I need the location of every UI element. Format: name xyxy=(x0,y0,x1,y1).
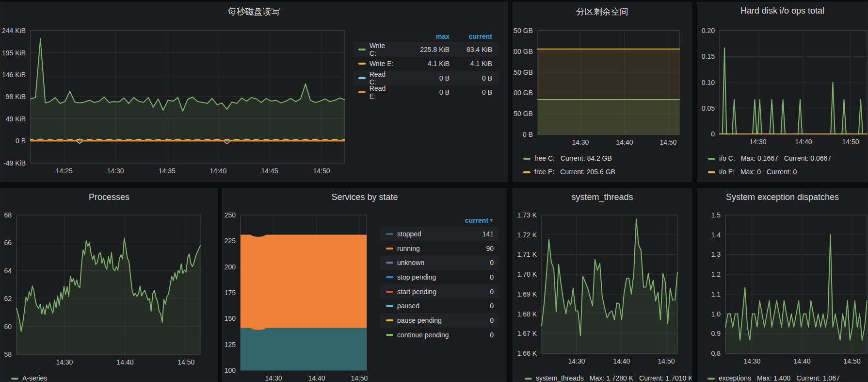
series-label: running xyxy=(397,245,420,252)
series-swatch-icon xyxy=(708,158,715,160)
series-current-value: 0 xyxy=(490,316,494,324)
legend-header-current[interactable]: current xyxy=(450,33,492,40)
series-label: Read C: xyxy=(370,70,394,86)
series-current-value: 83.4 KiB xyxy=(450,46,492,53)
series-label: free E: xyxy=(534,168,554,176)
processes-chart[interactable]: 68666462605814:3014:4014:50 xyxy=(0,189,219,382)
legend-header-row: max current xyxy=(354,31,499,42)
svg-text:14:40: 14:40 xyxy=(616,138,633,146)
series-max-stat: Max: 1.400 xyxy=(757,374,790,382)
legend-header-current[interactable]: current▼ xyxy=(380,214,499,227)
legend-row-stop-pending[interactable]: stop pending 0 xyxy=(380,270,499,284)
svg-text:14:40: 14:40 xyxy=(795,138,812,146)
series-swatch-icon xyxy=(358,49,366,50)
legend-row-unknown[interactable]: unknown 0 xyxy=(380,255,499,270)
legend-row-running[interactable]: running 90 xyxy=(380,241,499,256)
legend-header-max[interactable]: max xyxy=(394,33,450,40)
svg-text:68: 68 xyxy=(4,211,12,219)
svg-text:1.4: 1.4 xyxy=(711,231,721,239)
disk-rw-legend-table: max current Write C: 225.8 KiB 83.4 KiB … xyxy=(354,31,499,100)
panel-partition-free: 分区剩余空间 250 GB200 GB150 GB100 GB50 GB0 B1… xyxy=(513,2,692,182)
svg-text:14:50: 14:50 xyxy=(842,138,859,146)
series-max-stat: Max: 0 xyxy=(740,168,761,176)
legend-row-read-c[interactable]: Read C: 0 B 0 B xyxy=(354,71,499,85)
series-swatch-icon xyxy=(525,378,532,380)
series-swatch-icon xyxy=(386,291,393,293)
svg-text:150 GB: 150 GB xyxy=(513,68,533,76)
series-max-value: 0 B xyxy=(394,88,450,96)
series-label: stop pending xyxy=(397,273,436,281)
series-swatch-icon xyxy=(386,334,393,336)
series-max-value: 225.8 KiB xyxy=(394,46,450,53)
svg-text:1.69 K: 1.69 K xyxy=(517,290,537,298)
svg-text:1.2: 1.2 xyxy=(711,270,721,278)
system-threads-chart[interactable]: 1.73 K1.72 K1.71 K1.70 K1.69 K1.68 K1.67… xyxy=(513,189,692,382)
svg-text:0 B: 0 B xyxy=(16,137,26,145)
series-current-value: 0 xyxy=(490,273,494,281)
series-label: A-series xyxy=(22,374,47,382)
legend-row-continue-pending[interactable]: continue pending 0 xyxy=(380,328,499,342)
svg-text:244 KiB: 244 KiB xyxy=(2,27,26,34)
legend-row-stopped[interactable]: stopped 141 xyxy=(380,227,499,241)
legend-io-e[interactable]: i/o E:Max: 0Current: 0 xyxy=(708,168,867,176)
svg-text:1.67 K: 1.67 K xyxy=(517,330,537,337)
svg-text:0.8: 0.8 xyxy=(711,349,721,357)
series-swatch-icon xyxy=(386,276,393,278)
legend-row-write-e[interactable]: Write E: 4.1 KiB 4.1 KiB xyxy=(354,57,499,71)
dashboard: 每秒磁盘读写 244 KiB195 KiB146 KiB98 KiB49 KiB… xyxy=(0,0,868,382)
svg-text:14:35: 14:35 xyxy=(159,167,176,175)
svg-text:100 GB: 100 GB xyxy=(513,89,533,97)
legend-io-c[interactable]: i/o C:Max: 0.1667Current: 0.0667 xyxy=(708,154,867,162)
svg-text:14:30: 14:30 xyxy=(572,138,589,146)
series-label: system_threads xyxy=(536,374,584,382)
series-current-stat: Current: 1.067 xyxy=(796,374,840,382)
series-swatch-icon xyxy=(707,378,715,380)
svg-text:49 KiB: 49 KiB xyxy=(6,115,26,123)
series-label: Write E: xyxy=(370,60,394,67)
legend-free-c[interactable]: free C:Current: 84.2 GB xyxy=(523,154,690,162)
svg-text:14:40: 14:40 xyxy=(116,358,133,366)
svg-text:14:30: 14:30 xyxy=(56,358,73,366)
series-current-stat: Current: 205.6 GB xyxy=(560,168,615,176)
legend-exceptions[interactable]: exceptionsMax: 1.400Current: 1.067 xyxy=(707,374,868,382)
exceptions-chart[interactable]: 1.51.41.31.21.11.00.90.814:3014:4014:50 xyxy=(697,189,868,382)
svg-text:1.3: 1.3 xyxy=(711,250,721,258)
svg-text:1.70 K: 1.70 K xyxy=(517,270,537,278)
svg-text:60: 60 xyxy=(4,323,12,331)
legend-row-start-pending[interactable]: start pending 0 xyxy=(380,284,499,299)
svg-text:1.5: 1.5 xyxy=(711,211,721,219)
panel-hdd-io: Hard disk i/o ops total 0.200.150.100.05… xyxy=(697,2,868,182)
legend-free-e[interactable]: free E:Current: 205.6 GB xyxy=(523,168,690,176)
svg-text:62: 62 xyxy=(4,295,12,302)
series-swatch-icon xyxy=(386,233,393,235)
svg-text:14:50: 14:50 xyxy=(313,167,330,175)
series-current-value: 0 xyxy=(490,331,494,339)
svg-text:125: 125 xyxy=(225,341,236,349)
svg-text:250 GB: 250 GB xyxy=(513,27,533,34)
legend-row-paused[interactable]: paused 0 xyxy=(380,299,499,313)
series-label: start pending xyxy=(397,288,436,296)
legend-system-threads[interactable]: system_threadsMax: 1.7280 KCurrent: 1.70… xyxy=(525,374,691,382)
series-current-stat: Current: 1.7010 K xyxy=(639,374,691,382)
svg-text:100: 100 xyxy=(225,366,236,374)
series-swatch-icon xyxy=(386,319,393,321)
series-current-value: 90 xyxy=(486,245,494,252)
series-swatch-icon xyxy=(11,378,18,380)
svg-text:14:30: 14:30 xyxy=(743,357,760,365)
legend-row-read-e[interactable]: Read E: 0 B 0 B xyxy=(354,85,499,100)
svg-text:0.20: 0.20 xyxy=(702,27,715,34)
svg-text:14:30: 14:30 xyxy=(107,167,124,175)
svg-text:14:40: 14:40 xyxy=(613,357,630,365)
svg-text:-49 KiB: -49 KiB xyxy=(3,159,26,167)
legend-a-series[interactable]: A-series xyxy=(11,374,216,382)
series-label: paused xyxy=(397,302,419,310)
legend-row-pause-pending[interactable]: pause pending 0 xyxy=(380,313,499,328)
series-swatch-icon xyxy=(386,305,393,307)
panel-processes: Processes 68666462605814:3014:4014:50 A-… xyxy=(0,188,218,382)
svg-text:1.0: 1.0 xyxy=(711,310,721,318)
legend-row-write-c[interactable]: Write C: 225.8 KiB 83.4 KiB xyxy=(354,42,499,57)
svg-text:1.1: 1.1 xyxy=(711,290,721,298)
svg-text:195 KiB: 195 KiB xyxy=(2,49,26,57)
series-swatch-icon xyxy=(386,248,393,249)
svg-text:98 KiB: 98 KiB xyxy=(6,93,26,100)
